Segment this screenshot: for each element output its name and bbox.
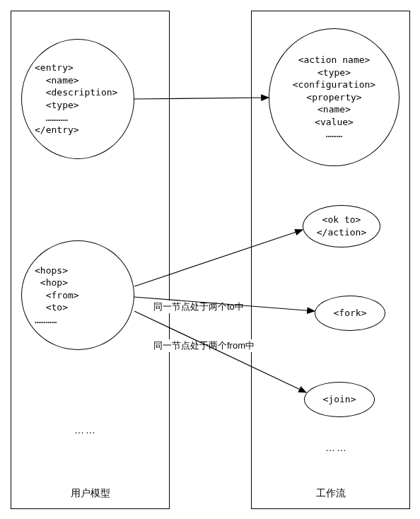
entry-line-1: <name> <box>35 74 79 87</box>
right-ellipsis: …… <box>325 442 348 453</box>
left-panel-label: 用户模型 <box>11 487 169 500</box>
fork-node: <fork> <box>315 296 385 331</box>
hops-line-0: <hops> <box>35 264 68 277</box>
action-line-3: <property> <box>306 91 361 104</box>
entry-line-0: <entry> <box>35 62 74 74</box>
action-line-5: <value> <box>315 116 354 129</box>
hops-node: <hops> <hop> <from> <to> ………… <box>21 240 134 350</box>
entry-line-4: ………… <box>35 112 68 124</box>
ok-line-1: </action> <box>317 226 366 239</box>
edge-label-join: 同一节点处于两个from中 <box>152 339 256 352</box>
fork-label: <fork> <box>334 307 367 320</box>
hops-line-3: <to> <box>35 301 68 314</box>
action-line-0: <action name> <box>298 54 371 66</box>
action-node: <action name> <type> <configuration> <pr… <box>269 28 399 166</box>
join-label: <join> <box>323 393 356 406</box>
hops-line-1: <hop> <box>35 276 68 289</box>
action-line-6: ……… <box>326 128 342 141</box>
action-line-1: <type> <box>317 66 351 79</box>
action-line-2: <configuration> <box>293 78 375 91</box>
left-ellipsis: …… <box>74 424 97 436</box>
hops-line-4: ………… <box>35 314 57 327</box>
ok-node: <ok to> </action> <box>303 205 380 247</box>
entry-line-3: <type> <box>35 99 79 112</box>
right-panel-label: 工作流 <box>252 487 409 500</box>
hops-line-2: <from> <box>35 289 79 302</box>
entry-line-5: </entry> <box>35 124 79 136</box>
action-line-4: <name> <box>317 103 351 116</box>
ok-line-0: <ok to> <box>322 214 361 226</box>
entry-node: <entry> <name> <description> <type> …………… <box>21 39 134 159</box>
entry-line-2: <description> <box>35 86 117 99</box>
edge-label-fork: 同一节点处于两个to中 <box>152 301 245 313</box>
join-node: <join> <box>304 382 375 417</box>
